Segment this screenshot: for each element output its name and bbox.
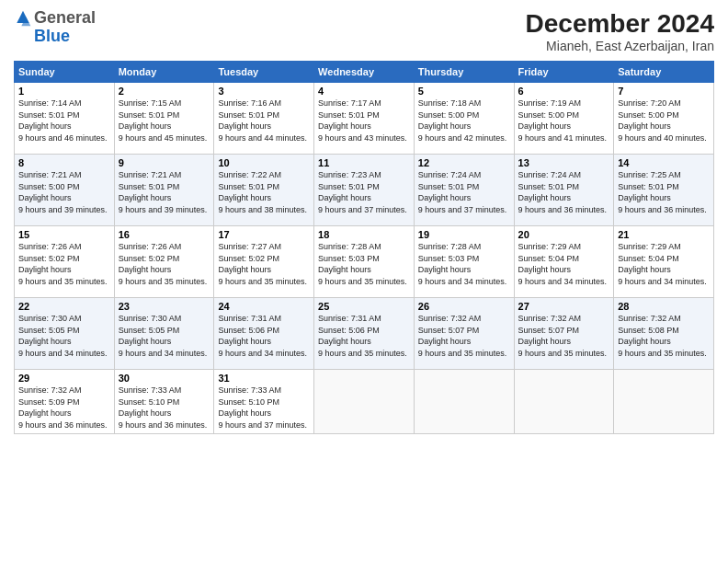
calendar-cell: 21 Sunrise: 7:29 AMSunset: 5:04 PMDaylig…: [614, 226, 714, 298]
day-number: 13: [518, 157, 610, 168]
calendar-cell: [514, 370, 614, 434]
day-info: Sunrise: 7:15 AMSunset: 5:01 PMDaylight …: [119, 98, 208, 143]
calendar-cell: 23 Sunrise: 7:30 AMSunset: 5:05 PMDaylig…: [114, 298, 214, 370]
day-info: Sunrise: 7:27 AMSunset: 5:02 PMDaylight …: [218, 242, 307, 286]
day-info: Sunrise: 7:33 AMSunset: 5:10 PMDaylight …: [119, 385, 208, 430]
day-info: Sunrise: 7:19 AMSunset: 5:00 PMDaylight …: [518, 98, 608, 143]
day-info: Sunrise: 7:22 AMSunset: 5:01 PMDaylight …: [218, 170, 307, 214]
calendar-day-header: Sunday: [15, 62, 115, 83]
day-info: Sunrise: 7:17 AMSunset: 5:01 PMDaylight …: [318, 98, 407, 143]
day-number: 30: [119, 373, 210, 384]
calendar-cell: 19 Sunrise: 7:28 AMSunset: 5:03 PMDaylig…: [414, 226, 514, 298]
calendar-cell: 31 Sunrise: 7:33 AMSunset: 5:10 PMDaylig…: [214, 370, 314, 434]
calendar-day-header: Monday: [114, 62, 214, 83]
calendar-week-row: 1 Sunrise: 7:14 AMSunset: 5:01 PMDayligh…: [15, 83, 714, 155]
day-info: Sunrise: 7:26 AMSunset: 5:02 PMDaylight …: [18, 242, 108, 286]
day-info: Sunrise: 7:21 AMSunset: 5:01 PMDaylight …: [119, 170, 208, 214]
day-info: Sunrise: 7:30 AMSunset: 5:05 PMDaylight …: [18, 314, 108, 358]
day-info: Sunrise: 7:31 AMSunset: 5:06 PMDaylight …: [218, 314, 307, 358]
day-number: 17: [218, 229, 310, 240]
day-number: 25: [318, 301, 410, 312]
calendar-cell: 3 Sunrise: 7:16 AMSunset: 5:01 PMDayligh…: [214, 83, 314, 155]
calendar-cell: 20 Sunrise: 7:29 AMSunset: 5:04 PMDaylig…: [514, 226, 614, 298]
logo-blue: Blue: [34, 28, 96, 46]
calendar-cell: 14 Sunrise: 7:25 AMSunset: 5:01 PMDaylig…: [614, 155, 714, 226]
day-info: Sunrise: 7:32 AMSunset: 5:07 PMDaylight …: [518, 314, 608, 358]
day-info: Sunrise: 7:20 AMSunset: 5:00 PMDaylight …: [618, 98, 707, 143]
day-info: Sunrise: 7:31 AMSunset: 5:06 PMDaylight …: [318, 314, 407, 358]
day-number: 24: [218, 301, 310, 312]
calendar-cell: [314, 370, 415, 434]
calendar-cell: 13 Sunrise: 7:24 AMSunset: 5:01 PMDaylig…: [514, 155, 614, 226]
day-info: Sunrise: 7:29 AMSunset: 5:04 PMDaylight …: [518, 242, 608, 286]
calendar-week-row: 8 Sunrise: 7:21 AMSunset: 5:00 PMDayligh…: [15, 155, 714, 226]
calendar-day-header: Thursday: [414, 62, 514, 83]
day-number: 10: [218, 157, 310, 168]
day-info: Sunrise: 7:25 AMSunset: 5:01 PMDaylight …: [618, 170, 707, 214]
day-info: Sunrise: 7:32 AMSunset: 5:07 PMDaylight …: [418, 314, 507, 358]
day-info: Sunrise: 7:29 AMSunset: 5:04 PMDaylight …: [618, 242, 707, 286]
day-info: Sunrise: 7:14 AMSunset: 5:01 PMDaylight …: [18, 98, 108, 143]
day-info: Sunrise: 7:26 AMSunset: 5:02 PMDaylight …: [119, 242, 208, 286]
month-title: December 2024: [526, 9, 714, 39]
day-number: 27: [518, 301, 610, 312]
day-number: 15: [18, 229, 110, 240]
day-info: Sunrise: 7:21 AMSunset: 5:00 PMDaylight …: [18, 170, 108, 214]
calendar-cell: 17 Sunrise: 7:27 AMSunset: 5:02 PMDaylig…: [214, 226, 314, 298]
calendar-cell: 28 Sunrise: 7:32 AMSunset: 5:08 PMDaylig…: [614, 298, 714, 370]
day-info: Sunrise: 7:28 AMSunset: 5:03 PMDaylight …: [418, 242, 507, 286]
logo-general: General: [34, 9, 96, 28]
day-number: 12: [418, 157, 510, 168]
calendar-table: SundayMondayTuesdayWednesdayThursdayFrid…: [14, 61, 714, 434]
calendar-header-row: SundayMondayTuesdayWednesdayThursdayFrid…: [15, 62, 714, 83]
day-info: Sunrise: 7:24 AMSunset: 5:01 PMDaylight …: [418, 170, 507, 214]
calendar-cell: 4 Sunrise: 7:17 AMSunset: 5:01 PMDayligh…: [314, 83, 415, 155]
calendar-week-row: 22 Sunrise: 7:30 AMSunset: 5:05 PMDaylig…: [15, 298, 714, 370]
day-info: Sunrise: 7:24 AMSunset: 5:01 PMDaylight …: [518, 170, 608, 214]
calendar-cell: 15 Sunrise: 7:26 AMSunset: 5:02 PMDaylig…: [15, 226, 115, 298]
calendar-day-header: Friday: [514, 62, 614, 83]
calendar-cell: 5 Sunrise: 7:18 AMSunset: 5:00 PMDayligh…: [414, 83, 514, 155]
calendar-day-header: Saturday: [614, 62, 714, 83]
day-number: 29: [18, 373, 110, 384]
calendar-cell: 12 Sunrise: 7:24 AMSunset: 5:01 PMDaylig…: [414, 155, 514, 226]
calendar-cell: 22 Sunrise: 7:30 AMSunset: 5:05 PMDaylig…: [15, 298, 115, 370]
calendar-cell: 6 Sunrise: 7:19 AMSunset: 5:00 PMDayligh…: [514, 83, 614, 155]
calendar-week-row: 29 Sunrise: 7:32 AMSunset: 5:09 PMDaylig…: [15, 370, 714, 434]
day-number: 16: [119, 229, 210, 240]
title-block: December 2024 Mianeh, East Azerbaijan, I…: [526, 9, 714, 53]
day-number: 22: [18, 301, 110, 312]
day-info: Sunrise: 7:18 AMSunset: 5:00 PMDaylight …: [418, 98, 507, 143]
day-number: 4: [318, 86, 410, 97]
day-number: 5: [418, 86, 510, 97]
calendar-cell: 29 Sunrise: 7:32 AMSunset: 5:09 PMDaylig…: [15, 370, 115, 434]
calendar-cell: 8 Sunrise: 7:21 AMSunset: 5:00 PMDayligh…: [15, 155, 115, 226]
day-info: Sunrise: 7:32 AMSunset: 5:08 PMDaylight …: [618, 314, 707, 358]
calendar-week-row: 15 Sunrise: 7:26 AMSunset: 5:02 PMDaylig…: [15, 226, 714, 298]
day-number: 3: [218, 86, 310, 97]
day-number: 28: [618, 301, 710, 312]
calendar-cell: 18 Sunrise: 7:28 AMSunset: 5:03 PMDaylig…: [314, 226, 415, 298]
day-number: 31: [218, 373, 310, 384]
day-number: 26: [418, 301, 510, 312]
day-number: 8: [18, 157, 110, 168]
day-info: Sunrise: 7:32 AMSunset: 5:09 PMDaylight …: [18, 385, 108, 430]
header: General Blue December 2024 Mianeh, East …: [14, 9, 714, 53]
calendar-cell: 10 Sunrise: 7:22 AMSunset: 5:01 PMDaylig…: [214, 155, 314, 226]
calendar-cell: 27 Sunrise: 7:32 AMSunset: 5:07 PMDaylig…: [514, 298, 614, 370]
day-number: 7: [618, 86, 710, 97]
day-number: 11: [318, 157, 410, 168]
calendar-cell: 1 Sunrise: 7:14 AMSunset: 5:01 PMDayligh…: [15, 83, 115, 155]
day-info: Sunrise: 7:16 AMSunset: 5:01 PMDaylight …: [218, 98, 307, 143]
calendar-cell: 30 Sunrise: 7:33 AMSunset: 5:10 PMDaylig…: [114, 370, 214, 434]
calendar-cell: 24 Sunrise: 7:31 AMSunset: 5:06 PMDaylig…: [214, 298, 314, 370]
calendar-cell: 26 Sunrise: 7:32 AMSunset: 5:07 PMDaylig…: [414, 298, 514, 370]
day-number: 20: [518, 229, 610, 240]
calendar-cell: 9 Sunrise: 7:21 AMSunset: 5:01 PMDayligh…: [114, 155, 214, 226]
day-info: Sunrise: 7:28 AMSunset: 5:03 PMDaylight …: [318, 242, 407, 286]
calendar-day-header: Wednesday: [314, 62, 415, 83]
day-number: 9: [119, 157, 210, 168]
day-number: 23: [119, 301, 210, 312]
day-number: 2: [119, 86, 210, 97]
day-number: 18: [318, 229, 410, 240]
